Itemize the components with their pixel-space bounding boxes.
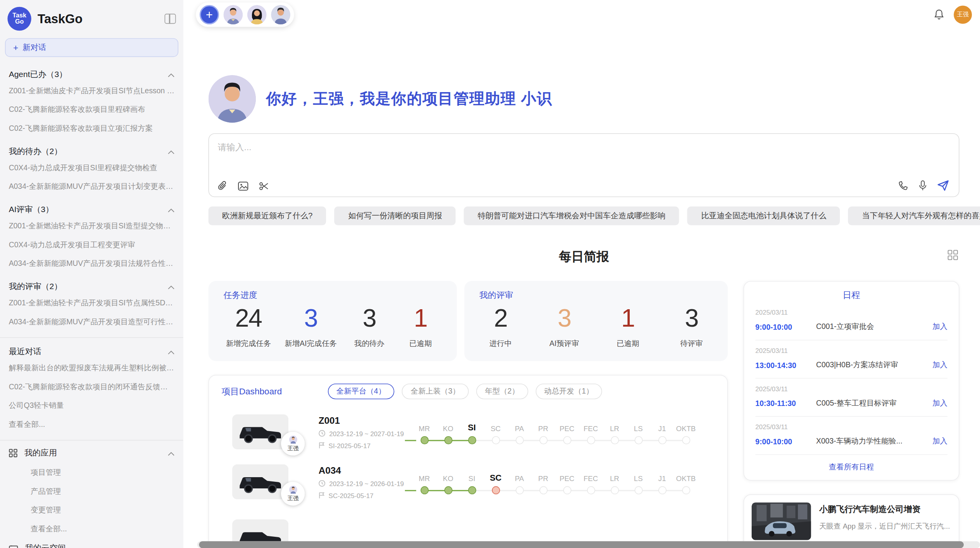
image-upload-icon[interactable]	[238, 181, 248, 190]
event-date: 2025/03/11	[756, 385, 947, 392]
news-card[interactable]: 小鹏飞行汽车制造公司增资 天眼查 App 显示，近日广州汇天飞行汽...	[744, 494, 959, 548]
app-item[interactable]: 项目管理	[7, 463, 176, 482]
sidebar-section-header[interactable]: 我的待办（2）	[9, 146, 175, 157]
chat-input-box[interactable]: 请输入...	[208, 133, 959, 197]
sidebar-item[interactable]: Z001-全新燃油轻卡产品开发项目SI造型提交物评审	[7, 216, 176, 235]
recent-item[interactable]: 公司Q3轻卡销量	[7, 396, 176, 415]
sidebar-collapse-icon[interactable]	[164, 14, 176, 24]
milestone-label: LS	[634, 469, 643, 482]
greeting-text: 你好，王强，我是你的项目管理助理 小识	[266, 89, 552, 109]
sidebar-section-header[interactable]: Agent已办（3）	[9, 69, 175, 80]
sidebar: TaskGo TaskGo + 新对话 Agent已办（3）Z001-全新燃油皮…	[0, 0, 183, 548]
stat-item: 3 我的待办	[351, 302, 388, 349]
user-avatar[interactable]: 王强	[954, 5, 972, 24]
join-link[interactable]: 加入	[927, 360, 947, 370]
milestone-label: LS	[634, 420, 643, 432]
agent-avatar-1[interactable]	[223, 5, 243, 24]
schedule-event: 2025/03/11 9:00-10:00 X003-车辆动力学性能验... 加…	[756, 417, 947, 454]
project-list: 王强 Z001 2023-12-19 ~ 2027-01-19 SI-2025-…	[221, 414, 714, 499]
sidebar-item[interactable]: A034-全新新能源MUV产品开发项目法规符合性评审	[7, 254, 176, 273]
milestone-label: FEC	[584, 420, 598, 432]
filter-pill[interactable]: 全新平台（4）	[327, 384, 394, 399]
filter-pill[interactable]: 动总开发（1）	[535, 384, 602, 399]
agent-avatar-3[interactable]	[271, 5, 290, 24]
task-progress-card: 任务进度 24 新增完成任务 3	[208, 281, 457, 361]
phone-call-icon[interactable]	[898, 180, 908, 190]
project-row[interactable]: 王强 Z001 2023-12-19 ~ 2027-01-19 SI-2025-…	[221, 414, 714, 449]
sidebar-item[interactable]: A034-全新新能源MUV产品开发项目计划变更表编写	[7, 177, 176, 196]
app-item[interactable]: 查看全部...	[7, 519, 176, 538]
add-agent-button[interactable]: +	[200, 5, 219, 24]
send-icon[interactable]	[937, 180, 949, 191]
sidebar-item-cloud-space[interactable]: 我的云空间	[7, 538, 176, 548]
milestone-label: PR	[538, 420, 548, 432]
agent-avatar-2[interactable]	[247, 5, 267, 24]
plus-icon: +	[13, 43, 18, 52]
recent-item[interactable]: 查看全部...	[7, 415, 176, 434]
notification-bell-icon[interactable]	[934, 9, 944, 20]
section-title: AI评审（3）	[9, 204, 54, 215]
filter-pill[interactable]: 全新上装（3）	[402, 384, 469, 399]
milestone-circle	[420, 436, 428, 444]
join-link[interactable]: 加入	[927, 322, 947, 332]
sidebar-item[interactable]: C02-飞腾新能源轻客改款项目里程碑画布	[7, 100, 176, 119]
input-actions	[898, 180, 949, 191]
recent-item[interactable]: C02-飞腾新能源轻客改款项目的闭环通告反馈情况	[7, 377, 176, 396]
sidebar-item[interactable]: Z001-全新燃油皮卡产品开发项目SI节点Lesson Learn报告	[7, 81, 176, 100]
suggestion-chip[interactable]: 当下年轻人对汽车外观有怎样的喜好趋势	[848, 207, 980, 226]
horizontal-scrollbar-thumb[interactable]	[199, 541, 964, 548]
project-row[interactable]: 王强 A034 2023-12-19 ~ 2026-01-19 SC-2025-…	[221, 464, 714, 500]
recent-item[interactable]: 解释最新出台的欧盟报废车法规再生塑料比例被调至15%...	[7, 358, 176, 377]
sidebar-scroll[interactable]: Agent已办（3）Z001-全新燃油皮卡产品开发项目SI节点Lesson Le…	[0, 61, 183, 548]
microphone-icon[interactable]	[919, 180, 927, 191]
milestone-circle	[444, 486, 452, 494]
milestone-circle	[682, 486, 690, 494]
milestone-label: FEC	[584, 469, 598, 482]
sidebar-item-my-apps[interactable]: 我的应用	[7, 443, 176, 463]
project-owner-badge: 王强	[281, 432, 305, 456]
stats-row: 任务进度 24 新增完成任务 3	[208, 281, 728, 361]
sidebar-item[interactable]: A034-全新新能源MUV产品开发项目造型可行性评审	[7, 312, 176, 331]
project-name: Z001	[319, 414, 406, 425]
app-item[interactable]: 产品管理	[7, 482, 176, 501]
greeting-block: 你好，王强，我是你的项目管理助理 小识	[208, 75, 959, 123]
news-title: 小鹏飞行汽车制造公司增资	[819, 504, 950, 515]
milestone-circle	[658, 436, 666, 444]
sidebar-item[interactable]: C02-飞腾新能源轻客改款项目立项汇报方案	[7, 119, 176, 138]
suggestion-chip[interactable]: 特朗普可能对进口汽车增税会对中国车企造成哪些影响	[464, 207, 679, 226]
view-all-schedule-link[interactable]: 查看所有日程	[756, 454, 947, 480]
app-item[interactable]: 变更管理	[7, 501, 176, 520]
assistant-avatar	[208, 75, 256, 123]
horizontal-scrollbar-track[interactable]	[197, 541, 980, 548]
stat-item: 24 新增完成任务	[226, 302, 271, 349]
schedule-event: 2025/03/11 10:30-11:30 C005-整车工程目标评审 加入	[756, 378, 947, 417]
stat-item: 2 进行中	[482, 302, 519, 349]
sidebar-item[interactable]: Z001-全新燃油轻卡产品开发项目SI节点属性5D文件评审	[7, 293, 176, 312]
paperclip-icon[interactable]	[218, 181, 227, 191]
scissors-icon[interactable]	[259, 181, 269, 190]
sidebar-section-header[interactable]: 我的评审（2）	[9, 281, 175, 292]
project-dates: 2023-12-19 ~ 2026-01-19	[319, 480, 406, 487]
schedule-title: 日程	[756, 290, 947, 301]
news-image	[752, 502, 811, 540]
new-chat-button[interactable]: + 新对话	[5, 38, 178, 57]
event-name: C003|H0B-方案冻结评审	[816, 360, 927, 370]
filter-pill[interactable]: 年型（2）	[476, 384, 528, 399]
event-time: 10:30-11:30	[756, 399, 816, 408]
milestone-circle	[539, 486, 547, 494]
join-link[interactable]: 加入	[927, 436, 947, 447]
sidebar-item[interactable]: C0X4-动力总成开发项目SI里程碑提交物检查	[7, 158, 176, 177]
join-link[interactable]: 加入	[927, 398, 947, 408]
cloud-space-icon	[9, 544, 18, 548]
sidebar-item[interactable]: C0X4-动力总成开发项目工程变更评审	[7, 235, 176, 254]
sidebar-section-recent[interactable]: 最近对话	[9, 346, 175, 357]
suggestion-chip[interactable]: 如何写一份清晰的项目周报	[334, 207, 456, 226]
milestone-node[interactable]: OKTB	[674, 469, 697, 494]
chat-input-placeholder[interactable]: 请输入...	[218, 142, 950, 153]
layout-grid-icon[interactable]	[947, 250, 958, 260]
milestone-label: SI	[468, 469, 475, 482]
milestone-node[interactable]: OKTB	[674, 420, 697, 444]
suggestion-chip[interactable]: 比亚迪全固态电池计划具体说了什么	[687, 207, 840, 226]
suggestion-chip[interactable]: 欧洲新规最近颁布了什么?	[208, 207, 326, 226]
sidebar-section-header[interactable]: AI评审（3）	[9, 204, 175, 215]
